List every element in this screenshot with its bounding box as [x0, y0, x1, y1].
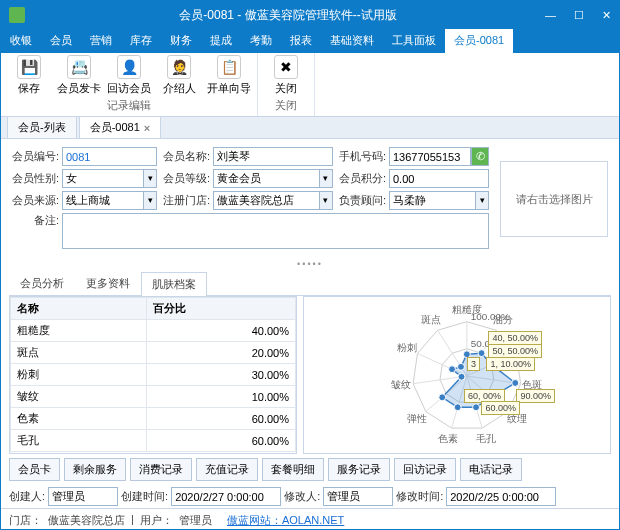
store-label: 门店： — [9, 513, 42, 528]
created-label: 创建时间: — [121, 489, 168, 504]
statusbar: 门店： 傲蓝美容院总店 | 用户： 管理员 傲蓝网站：AOLAN.NET — [1, 508, 619, 530]
bottom-btn-6[interactable]: 回访记录 — [394, 458, 456, 481]
bottom-btn-1[interactable]: 剩余服务 — [64, 458, 126, 481]
chart-tooltip: 40, 50.00% — [488, 331, 542, 345]
revisit-button[interactable]: 👤回访会员 — [107, 55, 151, 96]
table-row[interactable]: 粗糙度40.00% — [11, 320, 296, 342]
menu-2[interactable]: 营销 — [81, 29, 121, 53]
bottom-btn-7[interactable]: 电话记录 — [460, 458, 522, 481]
creator-input[interactable] — [48, 487, 118, 506]
menu-7[interactable]: 报表 — [281, 29, 321, 53]
menu-10[interactable]: 会员-0081 — [445, 29, 513, 53]
chevron-down-icon[interactable]: ▾ — [143, 191, 157, 210]
ribbon: 💾保存📇会员发卡👤回访会员🤵介绍人📋开单向导记录编辑✖关闭关闭 — [1, 53, 619, 117]
menu-1[interactable]: 会员 — [41, 29, 81, 53]
menu-5[interactable]: 提成 — [201, 29, 241, 53]
menu-3[interactable]: 库存 — [121, 29, 161, 53]
svg-point-31 — [449, 366, 456, 373]
photo-placeholder[interactable]: 请右击选择图片 — [500, 161, 608, 237]
mobile-label: 手机号码: — [336, 149, 386, 164]
website-link[interactable]: 傲蓝网站：AOLAN.NET — [227, 513, 344, 528]
chevron-down-icon[interactable]: ▾ — [319, 191, 333, 210]
remark-input[interactable] — [62, 213, 489, 249]
gender-input[interactable] — [62, 169, 143, 188]
table-row[interactable]: 斑点20.00% — [11, 342, 296, 364]
radar-chart: 粗糙度油分水分色斑纹理毛孔色素弹性皱纹粉刺斑点50.00%100.00% 40,… — [303, 296, 611, 454]
svg-text:100.00%: 100.00% — [471, 311, 510, 322]
subtabs: 会员分析更多资料肌肤档案 — [9, 271, 611, 296]
source-input[interactable] — [62, 191, 143, 210]
menu-6[interactable]: 考勤 — [241, 29, 281, 53]
audit-row: 创建人: 创建时间: 修改人: 修改时间: — [1, 485, 619, 508]
modified-input[interactable] — [446, 487, 556, 506]
doc-tab-0[interactable]: 会员-列表 — [7, 116, 77, 138]
level-input[interactable] — [213, 169, 319, 188]
revisit-button-icon: 👤 — [117, 55, 141, 79]
creator-label: 创建人: — [9, 489, 45, 504]
save-button-icon: 💾 — [17, 55, 41, 79]
bottom-btn-0[interactable]: 会员卡 — [9, 458, 60, 481]
close-button-icon: ✖ — [274, 55, 298, 79]
menu-0[interactable]: 收银 — [1, 29, 41, 53]
bottom-btn-4[interactable]: 套餐明细 — [262, 458, 324, 481]
chart-tooltip: 1, 10.00% — [486, 357, 535, 371]
app-icon — [9, 7, 25, 23]
member-name-input[interactable] — [213, 147, 333, 166]
menu-9[interactable]: 工具面板 — [383, 29, 445, 53]
user-label: 用户： — [140, 513, 173, 528]
save-button[interactable]: 💾保存 — [7, 55, 51, 96]
table-row[interactable]: 色素60.00% — [11, 408, 296, 430]
tab-close-icon[interactable]: × — [144, 122, 150, 134]
member-no-label: 会员编号: — [9, 149, 59, 164]
bottom-btn-3[interactable]: 充值记录 — [196, 458, 258, 481]
menu-4[interactable]: 财务 — [161, 29, 201, 53]
chevron-down-icon[interactable]: ▾ — [319, 169, 333, 188]
svg-point-29 — [439, 394, 446, 401]
window-title: 会员-0081 - 傲蓝美容院管理软件--试用版 — [31, 7, 545, 24]
close-button[interactable]: ✖关闭 — [264, 55, 308, 96]
issue-card-button[interactable]: 📇会员发卡 — [57, 55, 101, 96]
member-no-input[interactable] — [62, 147, 157, 166]
subtab-1[interactable]: 更多资料 — [75, 271, 141, 295]
mobile-input[interactable] — [389, 147, 471, 166]
advisor-input[interactable] — [389, 191, 475, 210]
svg-point-23 — [478, 350, 485, 357]
table-row[interactable]: 粉刺30.00% — [11, 364, 296, 386]
minimize-icon[interactable]: ― — [545, 9, 556, 22]
order-wizard-button[interactable]: 📋开单向导 — [207, 55, 251, 96]
source-label: 会员来源: — [9, 193, 59, 208]
close-icon[interactable]: ✕ — [602, 9, 611, 22]
modifier-input[interactable] — [323, 487, 393, 506]
col-header[interactable]: 名称 — [11, 298, 147, 320]
svg-text:斑点: 斑点 — [421, 314, 441, 325]
doc-tab-1[interactable]: 会员-0081× — [79, 116, 162, 138]
table-row[interactable]: 皱纹10.00% — [11, 386, 296, 408]
chart-tooltip: 50, 50.00% — [488, 344, 542, 358]
subtab-0[interactable]: 会员分析 — [9, 271, 75, 295]
bottom-btn-2[interactable]: 消费记录 — [130, 458, 192, 481]
maximize-icon[interactable]: ☐ — [574, 9, 584, 22]
phone-icon[interactable]: ✆ — [471, 147, 489, 166]
svg-text:色素: 色素 — [438, 433, 458, 444]
svg-point-28 — [454, 404, 461, 411]
gender-label: 会员性别: — [9, 171, 59, 186]
advisor-label: 负责顾问: — [336, 193, 386, 208]
menu-8[interactable]: 基础资料 — [321, 29, 383, 53]
bottom-btn-5[interactable]: 服务记录 — [328, 458, 390, 481]
chevron-down-icon[interactable]: ▾ — [475, 191, 489, 210]
svg-point-27 — [473, 404, 480, 411]
col-header[interactable]: 百分比 — [147, 298, 296, 320]
points-input[interactable] — [389, 169, 489, 188]
referrer-button[interactable]: 🤵介绍人 — [157, 55, 201, 96]
skin-table: 名称百分比粗糙度40.00%斑点20.00%粉刺30.00%皱纹10.00%色素… — [9, 296, 297, 454]
subtab-2[interactable]: 肌肤档案 — [141, 272, 207, 296]
reg-store-input[interactable] — [213, 191, 319, 210]
bottom-buttons: 会员卡剩余服务消费记录充值记录套餐明细服务记录回访记录电话记录 — [1, 454, 619, 485]
modifier-label: 修改人: — [284, 489, 320, 504]
table-row[interactable]: 毛孔60.00% — [11, 430, 296, 452]
svg-point-30 — [458, 373, 465, 380]
created-input[interactable] — [171, 487, 281, 506]
user-value: 管理员 — [179, 513, 212, 528]
chevron-down-icon[interactable]: ▾ — [143, 169, 157, 188]
svg-text:粉刺: 粉刺 — [397, 342, 417, 353]
